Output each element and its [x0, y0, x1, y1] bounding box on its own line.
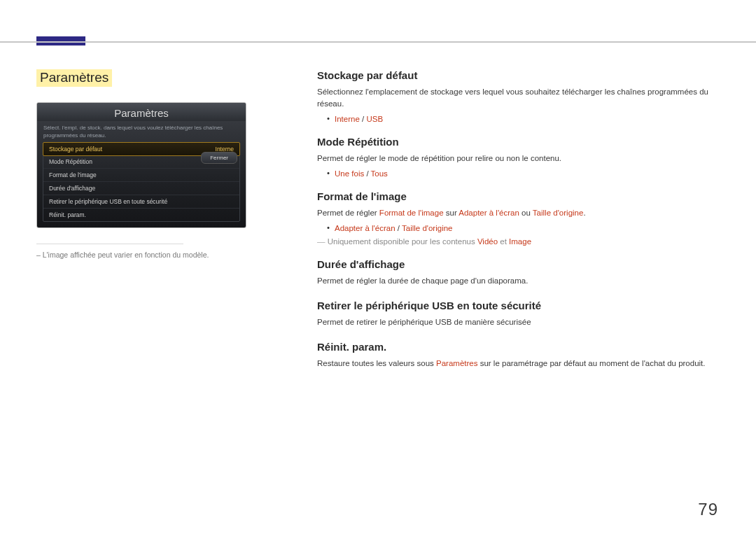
h-reset: Réinit. param. [317, 341, 723, 353]
footnote-prefix: – [36, 251, 43, 259]
page-number: 79 [698, 500, 718, 519]
txt: . [583, 209, 585, 217]
h-usb: Retirer le périphérique USB en toute séc… [317, 300, 723, 311]
txt: et [498, 237, 509, 246]
options-format: Adapter à l'écran / Taille d'origine [327, 224, 723, 232]
p-reset: Restaure toutes les valeurs sous Paramèt… [317, 358, 723, 370]
hl-format: Format de l'image [379, 209, 444, 217]
section-duration: Durée d'affichage Permet de régler la du… [317, 258, 723, 287]
txt: Uniquement disponible pour les contenus [328, 237, 477, 246]
screenshot-title: Paramètres [37, 103, 246, 121]
page: Paramètres Paramètres Sélect. l'empl. de… [0, 0, 756, 534]
menu-row-label: Mode Répétition [49, 158, 92, 165]
hl-image: Image [509, 237, 531, 246]
hl-orig: Taille d'origine [533, 209, 584, 217]
hl-fit: Adapter à l'écran [458, 209, 519, 217]
screenshot-subtitle-line2: programmées du réseau. [43, 132, 106, 139]
txt: Permet de régler [317, 209, 379, 217]
txt: sur [444, 209, 459, 217]
p-repeat: Permet de régler le mode de répétition p… [317, 153, 723, 164]
p-usb: Permet de retirer le périphérique USB de… [317, 316, 723, 328]
opt-fit: Adapter à l'écran [335, 224, 396, 232]
opt-sep: / [360, 115, 367, 123]
opt-orig: Taille d'origine [402, 224, 453, 232]
left-column: Paramètres Paramètres Sélect. l'empl. de… [36, 69, 246, 259]
options-repeat: Une fois / Tous [327, 169, 723, 178]
option-line: Adapter à l'écran / Taille d'origine [327, 224, 723, 232]
p-duration: Permet de régler la durée de chaque page… [317, 275, 723, 287]
opt-sep: / [396, 224, 402, 232]
footnote-text: L'image affichée peut varier en fonction… [43, 251, 209, 259]
screenshot-body: Fermer Stockage par défaut Interne Mode … [37, 142, 246, 227]
option-line: Interne / USB [327, 115, 723, 123]
txt: sur le paramétrage par défaut au moment … [477, 359, 705, 367]
h-repeat: Mode Répétition [317, 136, 723, 148]
h-storage: Stockage par défaut [317, 69, 723, 81]
h-duration: Durée d'affichage [317, 258, 723, 270]
section-usb: Retirer le périphérique USB en toute séc… [317, 300, 723, 328]
menu-row-label: Format de l'image [49, 171, 97, 178]
section-reset: Réinit. param. Restaure toutes les valeu… [317, 341, 723, 370]
opt-interne: Interne [335, 115, 360, 123]
menu-row-usb-remove[interactable]: Retirer le périphérique USB en toute séc… [43, 195, 239, 209]
menu-row-label: Stockage par défaut [49, 146, 102, 153]
section-storage: Stockage par défaut Sélectionnez l'empla… [317, 69, 723, 123]
menu-row-duration[interactable]: Durée d'affichage [43, 182, 239, 195]
section-repeat: Mode Répétition Permet de régler le mode… [317, 136, 723, 178]
option-line: Une fois / Tous [327, 169, 723, 178]
menu-row-label: Réinit. param. [49, 211, 86, 218]
p-format: Permet de régler Format de l'image sur A… [317, 207, 723, 219]
options-storage: Interne / USB [327, 115, 723, 123]
p-storage: Sélectionnez l'emplacement de stockage v… [317, 86, 723, 110]
txt: ou [519, 209, 533, 217]
menu-row-reset[interactable]: Réinit. param. [43, 209, 239, 221]
menu-row-label: Durée d'affichage [49, 185, 95, 192]
thin-divider [36, 244, 183, 244]
right-column: Stockage par défaut Sélectionnez l'empla… [317, 69, 723, 370]
hl-params: Paramètres [436, 359, 477, 367]
close-button[interactable]: Fermer [201, 152, 237, 164]
txt: Restaure toutes les valeurs sous [317, 359, 436, 367]
h-format: Format de l'image [317, 190, 723, 202]
menu-row-label: Retirer le périphérique USB en toute séc… [49, 198, 167, 205]
opt-once: Une fois [335, 169, 364, 178]
screenshot-subtitle: Sélect. l'empl. de stock. dans lequel vo… [37, 121, 246, 142]
opt-all: Tous [371, 169, 388, 178]
opt-usb: USB [366, 115, 383, 123]
screenshot-subtitle-line1: Sélect. l'empl. de stock. dans lequel vo… [43, 125, 223, 131]
ui-screenshot-panel: Paramètres Sélect. l'empl. de stock. dan… [36, 102, 246, 228]
section-heading: Paramètres [36, 69, 112, 87]
section-format: Format de l'image Permet de régler Forma… [317, 190, 723, 246]
header-rule [0, 41, 756, 45]
opt-sep: / [364, 169, 370, 178]
format-note: Uniquement disponible pour les contenus … [317, 237, 723, 246]
hl-video: Vidéo [477, 237, 498, 246]
footnote: – L'image affichée peut varier en foncti… [36, 251, 246, 259]
menu-row-format[interactable]: Format de l'image [43, 169, 239, 182]
